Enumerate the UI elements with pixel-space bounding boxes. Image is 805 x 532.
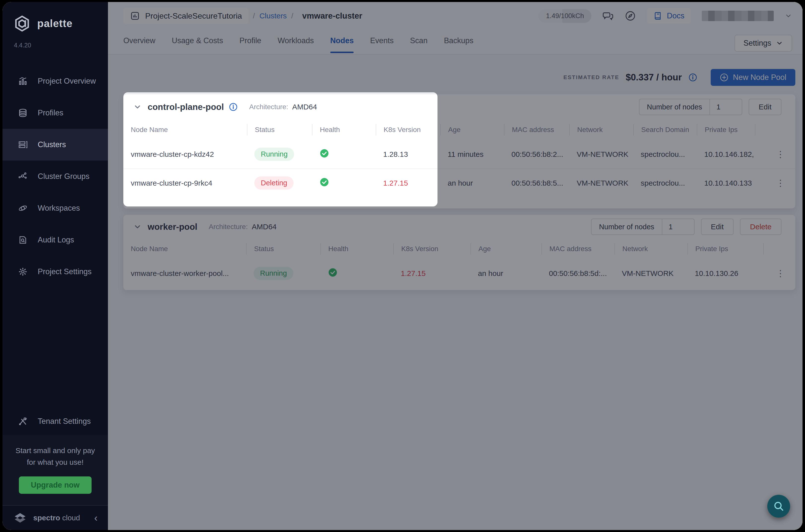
tab-backups[interactable]: Backups <box>444 36 474 53</box>
tab-workloads[interactable]: Workloads <box>278 36 314 53</box>
architecture-label: Architecture: <box>249 103 288 111</box>
cell-age: an hour <box>471 269 541 278</box>
nodes-content: ESTIMATED RATE $0.337 / hour New Node Po… <box>108 55 803 290</box>
sidebar-item-audit-logs[interactable]: Audit Logs <box>2 224 108 256</box>
cell-status: Running <box>247 148 312 161</box>
cell-node-name: vmware-cluster-cp-kdz42 <box>123 150 247 158</box>
cell-network: VM-NETWORK <box>614 269 687 278</box>
breadcrumb-project: Project-ScaleSecureTutoria <box>145 12 242 21</box>
edit-pool-button[interactable]: Edit <box>701 218 734 235</box>
sidebar-item-label: Clusters <box>38 140 66 149</box>
info-icon[interactable] <box>229 102 238 111</box>
servers-icon <box>18 140 28 150</box>
chevron-down-icon <box>776 39 783 47</box>
sidebar-item-profiles[interactable]: Profiles <box>2 97 108 129</box>
status-badge: Running <box>254 148 294 161</box>
spectro-cloud-logo-icon <box>13 511 27 525</box>
row-actions-menu-icon[interactable]: ⋮ <box>776 180 795 186</box>
collapse-chevron-icon[interactable] <box>133 223 142 231</box>
column-health: Health <box>320 243 393 254</box>
info-icon[interactable] <box>688 73 697 82</box>
docs-button[interactable]: Docs <box>647 8 691 23</box>
plus-circle-icon <box>720 73 729 82</box>
column-k8s-version: K8s Version <box>393 243 471 254</box>
column-mac-address: MAC address <box>541 243 614 254</box>
number-of-nodes-label: Number of nodes <box>592 219 662 234</box>
cell-search-domain: spectroclou... <box>633 179 697 187</box>
new-node-pool-label: New Node Pool <box>733 73 786 82</box>
search-fab-button[interactable] <box>767 495 790 518</box>
tab-profile[interactable]: Profile <box>239 36 261 53</box>
palette-logo-icon <box>14 15 31 32</box>
chevron-down-icon[interactable] <box>785 12 792 20</box>
sidebar-item-tenant-settings[interactable]: Tenant Settings <box>2 408 108 435</box>
settings-button[interactable]: Settings <box>734 35 792 52</box>
tab-overview[interactable]: Overview <box>123 36 155 53</box>
tab-usage-costs[interactable]: Usage & Costs <box>172 36 223 53</box>
number-of-nodes-value[interactable]: 1 <box>710 99 742 115</box>
cell-network: VM-NETWORK <box>569 150 633 158</box>
sidebar-item-workspaces[interactable]: Workspaces <box>2 192 108 224</box>
sidebar-collapse-icon[interactable]: ‹ <box>94 513 97 523</box>
sidebar-item-clusters[interactable]: Clusters <box>2 129 108 160</box>
row-actions-menu-icon[interactable]: ⋮ <box>776 271 795 276</box>
brand-name: palette <box>37 18 73 30</box>
collapse-chevron-icon[interactable] <box>133 103 142 111</box>
architecture-value: AMD64 <box>252 223 276 231</box>
cell-search-domain: spectroclou... <box>633 150 697 158</box>
sidebar-item-project-settings[interactable]: Project Settings <box>2 256 108 288</box>
status-badge: Running <box>254 267 293 280</box>
usage-quota-badge: 1.49/100kCh <box>538 9 591 23</box>
compass-icon[interactable] <box>625 10 636 22</box>
pool-header: worker-pool Architecture: AMD64 Number o… <box>123 215 795 239</box>
row-actions-menu-icon[interactable]: ⋮ <box>776 152 795 157</box>
edit-pool-button[interactable]: Edit <box>749 99 782 115</box>
upgrade-promo: Start small and only pay for what you us… <box>2 435 108 505</box>
breadcrumb-clusters-link[interactable]: Clusters <box>259 12 287 20</box>
tab-events[interactable]: Events <box>370 36 394 53</box>
sidebar-footer: spectro cloud ‹ <box>2 505 108 530</box>
chat-icon[interactable] <box>602 10 614 22</box>
column-network: Network <box>569 124 633 135</box>
cell-network: VM-NETWORK <box>569 179 633 187</box>
cell-k8s-version: 1.27.15 <box>393 269 471 278</box>
number-of-nodes-label: Number of nodes <box>639 99 710 115</box>
sidebar-item-cluster-groups[interactable]: Cluster Groups <box>2 160 108 192</box>
table-row: vmware-cluster-worker-pool... Running 1.… <box>123 259 795 288</box>
docs-label: Docs <box>667 12 684 20</box>
architecture-label: Architecture: <box>209 223 248 231</box>
table-header: Node Name Status Health K8s Version Age … <box>123 239 795 259</box>
sidebar-item-label: Project Settings <box>38 267 92 276</box>
upgrade-now-button[interactable]: Upgrade now <box>19 476 91 494</box>
settings-label: Settings <box>744 39 771 48</box>
delete-pool-button[interactable]: Delete <box>740 218 782 235</box>
tabs: Overview Usage & Costs Profile Workloads… <box>123 36 474 53</box>
number-of-nodes-group: Number of nodes 1 <box>591 218 694 235</box>
cell-node-name: vmware-cluster-worker-pool... <box>123 269 246 278</box>
user-menu-redacted-name[interactable] <box>702 11 774 21</box>
promo-text: Start small and only pay for what you us… <box>10 445 100 468</box>
app-window: palette 4.4.20 Project Overview Profiles… <box>2 2 803 530</box>
sidebar-item-project-overview[interactable]: Project Overview <box>2 65 108 97</box>
column-k8s-version: K8s Version <box>376 124 440 135</box>
sidebar-item-label: Tenant Settings <box>38 417 91 426</box>
tab-scan[interactable]: Scan <box>410 36 427 53</box>
project-icon <box>130 11 140 21</box>
pool-name: worker-pool <box>148 222 197 232</box>
cell-status: Deleting <box>247 176 312 190</box>
cluster-tabs-bar: Overview Usage & Costs Profile Workloads… <box>108 30 803 55</box>
column-search-domain: Search Domain <box>633 124 697 135</box>
new-node-pool-button[interactable]: New Node Pool <box>711 69 795 86</box>
column-health: Health <box>312 124 376 135</box>
tab-nodes[interactable]: Nodes <box>330 36 354 53</box>
status-badge: Deleting <box>254 176 293 190</box>
health-ok-icon <box>319 148 329 158</box>
breadcrumb-project-chip[interactable]: Project-ScaleSecureTutoria <box>123 8 248 24</box>
gear-icon <box>18 267 28 277</box>
cell-private-ips: 10.10.130.26 <box>687 269 763 278</box>
cell-private-ips: 10.10.146.182, 1... <box>697 150 755 158</box>
column-mac-address: MAC address <box>504 124 569 135</box>
estimated-rate-row: ESTIMATED RATE $0.337 / hour New Node Po… <box>123 65 795 90</box>
number-of-nodes-value[interactable]: 1 <box>662 219 694 234</box>
column-age: Age <box>471 243 541 254</box>
